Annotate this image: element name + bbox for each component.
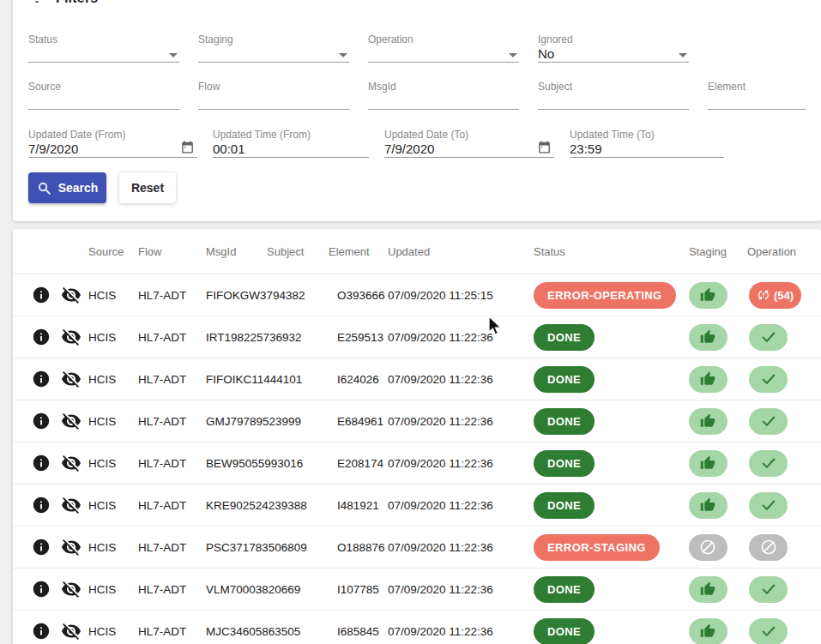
staging-thumb-up-icon[interactable]: [689, 408, 727, 435]
search-button[interactable]: Search: [28, 172, 106, 203]
info-icon[interactable]: [27, 370, 56, 388]
eye-off-icon[interactable]: [56, 495, 87, 515]
msgid-label: MsgId: [368, 81, 519, 94]
operation-retry-button[interactable]: (54): [749, 282, 801, 309]
cell-flow: HL7-ADT: [138, 499, 202, 512]
column-header-source: Source: [87, 245, 138, 258]
source-field[interactable]: Source: [28, 81, 179, 110]
updated-time-from-input[interactable]: [213, 141, 369, 156]
column-header-operation: Operation: [737, 245, 818, 258]
staging-label: Staging: [198, 33, 349, 47]
ignored-select[interactable]: Ignored No: [538, 33, 689, 63]
staging-thumb-up-icon[interactable]: [689, 324, 727, 351]
element-field[interactable]: Element: [708, 81, 806, 110]
operation-check-icon[interactable]: [749, 492, 788, 519]
eye-off-icon[interactable]: [56, 579, 87, 599]
subject-label: Subject: [538, 81, 689, 94]
staging-thumb-up-icon[interactable]: [689, 618, 727, 644]
info-icon[interactable]: [27, 286, 56, 304]
cell-element: I481921: [325, 499, 383, 512]
eye-off-icon[interactable]: [56, 621, 87, 641]
updated-time-to-field[interactable]: Updated Time (To): [570, 129, 724, 158]
cell-msgid: FIFOKGW3794382: [202, 289, 263, 302]
table-row: HCIS HL7-ADT IRT198225736932 E259513 07/…: [13, 316, 821, 358]
updated-date-to-field[interactable]: Updated Date (To): [384, 129, 554, 158]
ignored-label: Ignored: [538, 33, 689, 47]
status-badge: DONE: [534, 324, 595, 351]
staging-thumb-up-icon[interactable]: [689, 366, 727, 393]
filters-header: Filters: [28, 0, 806, 9]
search-icon: [37, 181, 51, 196]
filters-panel: Filters ✕ Status Staging Operation Ignor…: [13, 0, 821, 221]
info-icon[interactable]: [27, 328, 56, 346]
cell-element: O393666: [325, 289, 383, 302]
cell-flow: HL7-ADT: [138, 289, 202, 302]
msgid-field[interactable]: MsgId: [368, 81, 519, 110]
cell-updated: 07/09/2020 11:22:36: [383, 457, 530, 470]
info-icon[interactable]: [27, 454, 56, 472]
subject-field[interactable]: Subject: [538, 81, 689, 110]
operation-check-icon[interactable]: [749, 618, 788, 644]
table-row: HCIS HL7-ADT KRE902524239388 I481921 07/…: [13, 485, 821, 527]
info-icon[interactable]: [27, 412, 56, 430]
eye-off-icon[interactable]: [56, 285, 87, 305]
status-badge: DONE: [534, 366, 595, 393]
table-row: HCIS HL7-ADT VLM70003820669 I107785 07/0…: [13, 569, 821, 611]
staging-thumb-up-icon[interactable]: [689, 450, 727, 477]
column-header-updated: Updated: [383, 245, 530, 258]
operation-check-icon[interactable]: [749, 366, 788, 393]
cell-flow: HL7-ADT: [138, 373, 202, 386]
operation-select[interactable]: Operation: [368, 33, 519, 63]
source-input[interactable]: [28, 93, 179, 108]
cell-updated: 07/09/2020 11:25:15: [383, 289, 530, 302]
staging-thumb-up-icon[interactable]: [689, 492, 727, 519]
info-icon[interactable]: [27, 496, 56, 515]
reset-button[interactable]: Reset: [119, 172, 176, 203]
status-badge: DONE: [534, 408, 595, 435]
status-badge: DONE: [534, 618, 595, 644]
cell-flow: HL7-ADT: [138, 331, 202, 344]
cell-flow: HL7-ADT: [138, 625, 202, 638]
calendar-icon[interactable]: [180, 140, 195, 154]
updated-date-from-input[interactable]: [28, 141, 197, 156]
operation-check-icon[interactable]: [749, 324, 788, 351]
info-icon[interactable]: [27, 622, 56, 641]
info-icon[interactable]: [27, 580, 56, 599]
updated-time-to-label: Updated Time (To): [570, 129, 724, 142]
msgid-input[interactable]: [368, 93, 519, 108]
operation-check-icon[interactable]: [749, 450, 788, 477]
updated-date-to-input[interactable]: [384, 141, 554, 156]
updated-date-from-field[interactable]: Updated Date (From): [28, 129, 197, 158]
subject-input[interactable]: [538, 93, 689, 108]
staging-thumb-up-icon[interactable]: [689, 576, 727, 603]
status-select[interactable]: Status: [28, 33, 179, 63]
cell-flow: HL7-ADT: [138, 457, 202, 470]
cell-msgid: BEW95055993016: [202, 457, 263, 470]
info-icon[interactable]: [27, 538, 56, 557]
updated-date-from-label: Updated Date (From): [28, 129, 197, 142]
cell-source: HCIS: [87, 499, 138, 512]
flow-label: Flow: [198, 81, 349, 94]
table-body: HCIS HL7-ADT FIFOKGW3794382 O393666 07/0…: [13, 274, 821, 644]
eye-off-icon[interactable]: [56, 537, 87, 557]
eye-off-icon[interactable]: [56, 327, 87, 347]
calendar-icon[interactable]: [537, 140, 552, 154]
flow-field[interactable]: Flow: [198, 81, 349, 110]
updated-time-from-field[interactable]: Updated Time (From): [213, 129, 369, 158]
eye-off-icon[interactable]: [56, 411, 87, 431]
element-input[interactable]: [708, 93, 806, 108]
column-header-subject: Subject: [263, 245, 325, 258]
staging-thumb-up-icon[interactable]: [689, 282, 727, 309]
flow-input[interactable]: [198, 93, 349, 108]
status-badge: DONE: [534, 492, 595, 519]
staging-select[interactable]: Staging: [198, 33, 349, 63]
updated-time-to-input[interactable]: [570, 141, 724, 156]
eye-off-icon[interactable]: [56, 453, 87, 473]
staging-blocked-icon[interactable]: [689, 534, 727, 561]
status-badge: DONE: [534, 576, 595, 603]
cell-source: HCIS: [87, 457, 138, 470]
operation-check-icon[interactable]: [749, 576, 788, 603]
operation-check-icon[interactable]: [749, 408, 788, 435]
eye-off-icon[interactable]: [56, 369, 87, 389]
operation-blocked-icon[interactable]: [749, 534, 788, 561]
